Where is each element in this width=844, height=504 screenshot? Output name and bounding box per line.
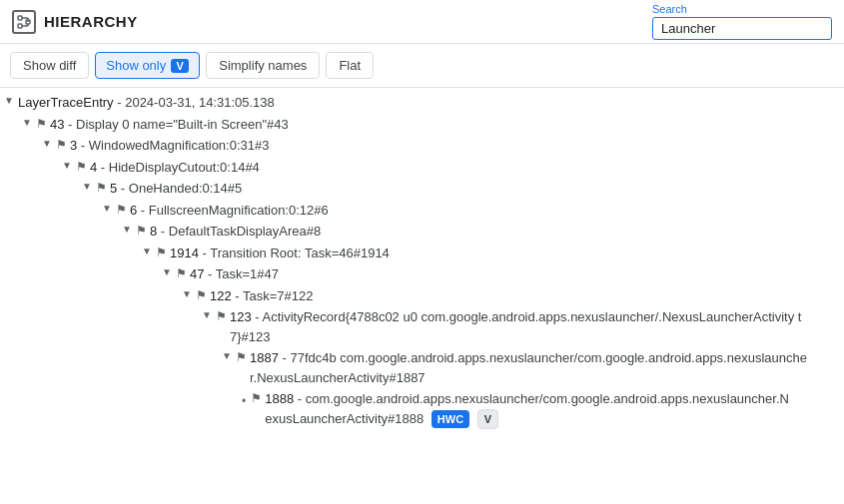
pin-icon: ⚑ — [116, 201, 127, 219]
tree-row[interactable]: ▼ ⚑ 6 - FullscreenMagnification:0:12#6 — [0, 200, 844, 222]
node-content: 43 - Display 0 name="Built-in Screen"#43 — [50, 115, 289, 135]
tree-row[interactable]: ▼ ⚑ 47 - Task=1#47 — [0, 263, 844, 285]
node-content: 4 - HideDisplayCutout:0:14#4 — [90, 158, 260, 178]
page-title: HIERARCHY — [44, 13, 138, 30]
pin-icon: ⚑ — [216, 307, 227, 325]
toggle-arrow[interactable]: ▼ — [22, 115, 36, 130]
pin-icon: ⚑ — [196, 286, 207, 304]
pin-icon: ⚑ — [76, 158, 87, 176]
tree-row[interactable]: ▼ LayerTraceEntry - 2024-03-31, 14:31:05… — [0, 92, 844, 114]
node-content: 1914 - Transition Root: Task=46#1914 — [170, 244, 390, 263]
tree-row[interactable]: ▼ ⚑ 4 - HideDisplayCutout:0:14#4 — [0, 157, 844, 179]
show-only-label: Show only — [106, 58, 166, 73]
tree-row[interactable]: ▼ ⚑ 123 - ActivityRecord{4788c02 u0 com.… — [0, 306, 844, 347]
hierarchy-icon — [12, 10, 36, 34]
node-content: 5 - OneHanded:0:14#5 — [110, 179, 242, 199]
node-content: LayerTraceEntry - 2024-03-31, 14:31:05.1… — [18, 93, 275, 113]
flat-button[interactable]: Flat — [326, 52, 374, 79]
pin-icon: ⚑ — [136, 222, 147, 240]
toggle-arrow[interactable]: ▼ — [202, 307, 216, 322]
hwc-chip: HWC — [431, 410, 469, 429]
toggle-arrow[interactable]: ▼ — [182, 286, 196, 301]
show-only-button[interactable]: Show only V — [95, 52, 200, 79]
tree-row[interactable]: ▼ ⚑ 5 - OneHanded:0:14#5 — [0, 178, 844, 200]
tree-row[interactable]: ▼ ⚑ 1887 - 77fdc4b com.google.android.ap… — [0, 347, 844, 388]
svg-rect-0 — [18, 16, 22, 20]
node-content: 8 - DefaultTaskDisplayArea#8 — [150, 222, 321, 242]
toggle-arrow[interactable]: ▼ — [42, 136, 56, 151]
pin-icon: ⚑ — [236, 348, 247, 366]
svg-rect-1 — [18, 24, 22, 28]
show-diff-button[interactable]: Show diff — [10, 52, 89, 79]
node-content: 6 - FullscreenMagnification:0:12#6 — [130, 201, 329, 221]
tree-row[interactable]: ▼ ⚑ 3 - WindowedMagnification:0:31#3 — [0, 135, 844, 157]
tree-row[interactable]: ▼ ⚑ 122 - Task=7#122 — [0, 285, 844, 307]
node-content: 47 - Task=1#47 — [190, 264, 279, 284]
node-content: 1888 - com.google.android.apps.nexuslaun… — [265, 389, 794, 429]
search-input[interactable] — [652, 17, 832, 40]
tree-container: ▼ LayerTraceEntry - 2024-03-31, 14:31:05… — [0, 88, 844, 504]
toggle-arrow[interactable]: ▼ — [102, 201, 116, 216]
pin-icon: ⚑ — [56, 136, 67, 154]
toggle-arrow[interactable]: ▼ — [162, 264, 176, 279]
tree-row[interactable]: • ⚑ 1888 - com.google.android.apps.nexus… — [0, 388, 844, 430]
pin-icon: ⚑ — [156, 244, 167, 261]
tree-row[interactable]: ▼ ⚑ 43 - Display 0 name="Built-in Screen… — [0, 114, 844, 136]
pin-icon: ⚑ — [176, 264, 187, 282]
search-area: Search — [652, 3, 832, 40]
v-chip: V — [477, 409, 498, 430]
toggle-arrow[interactable]: ▼ — [222, 348, 236, 363]
tree-row[interactable]: ▼ ⚑ 8 - DefaultTaskDisplayArea#8 — [0, 221, 844, 243]
simplify-names-button[interactable]: Simplify names — [206, 52, 320, 79]
node-content: 1887 - 77fdc4b com.google.android.apps.n… — [250, 348, 809, 387]
toggle-arrow[interactable]: ▼ — [4, 93, 18, 108]
pin-icon: ⚑ — [36, 115, 47, 133]
node-content: 122 - Task=7#122 — [210, 286, 314, 306]
tree-row[interactable]: ▼ ⚑ 1914 - Transition Root: Task=46#1914 — [0, 243, 844, 264]
search-label: Search — [652, 3, 687, 15]
pin-icon: ⚑ — [251, 389, 262, 407]
pin-icon: ⚑ — [96, 179, 107, 197]
node-content: 3 - WindowedMagnification:0:31#3 — [70, 136, 269, 156]
toolbar: Show diff Show only V Simplify names Fla… — [0, 44, 844, 88]
toggle-arrow[interactable]: ▼ — [82, 179, 96, 194]
node-content: 123 - ActivityRecord{4788c02 u0 com.goog… — [230, 307, 809, 346]
toggle-arrow[interactable]: ▼ — [62, 158, 76, 173]
toggle-arrow[interactable]: ▼ — [142, 244, 156, 258]
toggle-arrow[interactable]: ▼ — [122, 222, 136, 237]
header-left: HIERARCHY — [12, 10, 138, 34]
header: HIERARCHY Search — [0, 0, 844, 44]
show-only-badge: V — [171, 59, 189, 73]
bullet-icon: • — [242, 392, 246, 410]
